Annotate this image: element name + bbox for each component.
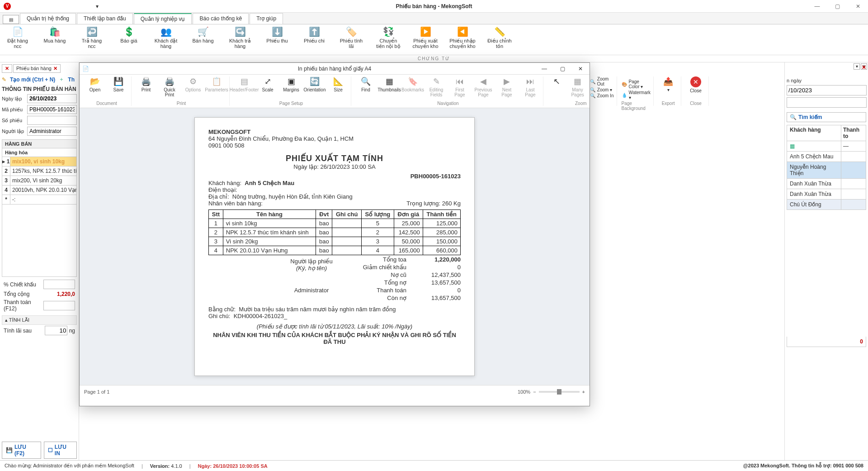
doc-tab[interactable]: Phiếu bán hàng ✕ <box>13 64 61 73</box>
ribbon-button[interactable]: 📏Điều chỉnh tồn <box>486 26 513 49</box>
table-row[interactable]: 420010vh, NPK 20.0.10 Vạn <box>2 186 77 195</box>
many-pages-button[interactable]: ▦Many Pages <box>569 76 586 98</box>
main-tab[interactable]: Quản trị hệ thống <box>20 13 76 24</box>
close-button[interactable]: ✕ <box>848 3 868 10</box>
grid-blank <box>2 205 77 277</box>
next-page-button[interactable]: ▶Next Page <box>497 76 517 97</box>
ribbon-button[interactable]: ↪️Khách trả hàng <box>227 26 253 49</box>
main-tab[interactable]: Báo cáo thống kê <box>193 13 249 24</box>
main-tab[interactable]: Trợ giúp <box>250 13 283 24</box>
maximize-button[interactable]: ▢ <box>827 3 848 10</box>
invoice-title: PHIẾU XUẤT TẠM TÍNH <box>208 153 461 163</box>
thanh-toan-input[interactable] <box>43 301 75 310</box>
ma-phieu-label: Mã phiếu <box>2 107 25 113</box>
ribbon-button[interactable]: 📄Đặt hàng ncc <box>5 26 31 49</box>
ribbon-button[interactable]: 👥Khách đặt hàng <box>153 26 179 49</box>
chiet-khau-input[interactable] <box>43 280 75 289</box>
table-row[interactable]: 3mix200, Vi sinh 20kg <box>2 176 77 186</box>
thumbnails-button[interactable]: ▦Thumbnails <box>379 76 399 97</box>
panel-pin-icon[interactable]: ▾ <box>854 63 860 70</box>
doc-tab-label: Phiếu bán hàng <box>16 66 52 71</box>
ribbon-button[interactable]: 💲Báo giá <box>116 26 142 43</box>
pw-save-button[interactable]: 💾Save <box>108 76 128 92</box>
ngay-lap-label: Ngày lập <box>2 96 25 102</box>
ribbon-button[interactable]: 🛍️Mua hàng <box>42 26 68 43</box>
workarea-close-icon[interactable]: ✕ <box>862 64 866 71</box>
zoom-in-button[interactable]: 🔍 Zoom In <box>590 93 614 98</box>
editing-fields-button[interactable]: ✎Editing Fields <box>426 76 446 97</box>
page-color-button[interactable]: 🎨 Page Color ▾ <box>622 79 651 89</box>
right-date-input[interactable] <box>787 85 867 95</box>
search-box[interactable]: 🔍Tìm kiếm <box>787 112 866 122</box>
options-button[interactable]: ⚙Options <box>183 76 203 97</box>
print-minimize-button[interactable]: — <box>535 66 553 72</box>
ngay-lap-input[interactable] <box>27 94 77 103</box>
close-icon[interactable]: ✕ <box>53 66 57 71</box>
size-button[interactable]: 📐Size <box>328 76 348 92</box>
zoom-slider[interactable] <box>539 391 580 393</box>
save-button[interactable]: 💾 LƯU (F2) <box>2 442 41 459</box>
customer-row[interactable]: Chú Út Đồng <box>787 200 866 210</box>
parameters-button[interactable]: 📋Parameters <box>207 76 226 97</box>
ribbon-button[interactable]: 🛒Bán hàng <box>190 26 216 43</box>
bookmarks-button[interactable]: 🔖Bookmarks <box>403 76 423 97</box>
zoom-out-button[interactable]: 🔍 Zoom Out <box>590 76 614 86</box>
ma-phieu-input[interactable] <box>27 105 77 114</box>
grid-new-cell[interactable]: -: <box>10 195 76 204</box>
ribbon-button[interactable]: ▶️Phiếu xuất chuyển kho <box>412 26 439 49</box>
export-button[interactable]: 📤▾ <box>658 76 678 92</box>
zoom-button[interactable]: 🔍 Zoom ▾ <box>590 87 614 92</box>
doc-tab-close-all[interactable]: ✕ <box>2 64 12 73</box>
main-tab[interactable]: Quản lý nghiệp vụ <box>134 13 192 24</box>
ribbon-button[interactable]: ◀️Phiếu nhập chuyển kho <box>449 26 476 49</box>
pointer-button[interactable]: ↖ <box>548 76 565 98</box>
quick-print-button[interactable]: 🖨️Quick Print <box>160 76 179 97</box>
customer-row[interactable]: Nguyễn Hoàng Thiện <box>787 162 866 179</box>
invoice-col-header: Số lượng <box>361 210 394 219</box>
header-footer-button[interactable]: ▤Header/Footer <box>234 76 254 92</box>
amount-in-words: Mười ba triệu sáu trăm năm mươi bảy nghì… <box>239 306 396 313</box>
customer-row[interactable]: Anh 5 Chệch Mau <box>787 152 866 162</box>
save-print-button[interactable]: ☐ LƯU IN <box>44 442 77 459</box>
customer-row[interactable]: Danh Xuân Thừa <box>787 179 866 189</box>
grid-col-header: Hàng hóa <box>2 148 77 157</box>
titlebar-dropdown-icon[interactable]: ▾ <box>96 3 99 10</box>
grid-tab[interactable]: HÀNG BÁN <box>2 139 77 148</box>
watermark-button[interactable]: 💧 Watermark ▾ <box>622 90 651 100</box>
tinh-lai-sau-input[interactable] <box>45 326 67 335</box>
excel-icon[interactable]: ▦ <box>787 141 841 151</box>
zoom-plus-button[interactable]: + <box>582 389 585 395</box>
add-button[interactable]: Th <box>68 76 75 83</box>
zoom-minus-button[interactable]: − <box>533 389 536 395</box>
first-page-button[interactable]: ⏮First Page <box>450 76 470 97</box>
so-phieu-input[interactable] <box>27 116 77 125</box>
print-button[interactable]: 🖨️Print <box>136 76 156 97</box>
table-row[interactable]: 21257ks, NPK 12.5.7 thúc tí <box>2 167 77 176</box>
minimize-button[interactable]: — <box>807 3 827 10</box>
paper-area[interactable]: MEKONGSOFT 64 Nguyễn Đình Chiểu, Phường … <box>80 108 590 385</box>
close-preview-button[interactable]: ✕Close <box>686 76 706 93</box>
tinh-lai-section[interactable]: ▴ TÍNH LÃI <box>2 315 77 325</box>
nguoi-lap-input[interactable] <box>27 127 77 136</box>
last-page-button[interactable]: ⏭Last Page <box>520 76 540 97</box>
ribbon-button[interactable]: ↩️Trả hàng ncc <box>79 26 105 49</box>
find-button[interactable]: 🔍Find <box>356 76 376 97</box>
margins-button[interactable]: ▣Margins <box>281 76 301 92</box>
print-close-button[interactable]: ✕ <box>571 66 590 72</box>
ribbon-button[interactable]: ⬆️Phiếu chi <box>301 26 327 43</box>
ribbon-button[interactable]: 💱Chuyển tiền nội bộ <box>375 26 401 49</box>
right-filter-input[interactable] <box>787 97 867 108</box>
open-button[interactable]: 📂Open <box>85 76 105 92</box>
print-maximize-button[interactable]: ▢ <box>553 66 571 72</box>
prev-page-button[interactable]: ◀Previous Page <box>473 76 493 97</box>
invoice-table: SttTên hàngĐvtGhi chúSố lượngĐơn giáThàn… <box>208 209 461 255</box>
customer-row[interactable]: Danh Xuân Thừa <box>787 189 866 200</box>
orientation-button[interactable]: 🔄Orientation <box>305 76 325 92</box>
ribbon-button[interactable]: 🏷️Phiếu tính lãi <box>338 26 364 49</box>
scale-button[interactable]: ⤢Scale <box>258 76 278 92</box>
ribbon-button[interactable]: ⬇️Phiếu thu <box>264 26 290 43</box>
new-button[interactable]: Tạo mới (Ctrl + N) <box>10 76 55 83</box>
table-row[interactable]: ▸ 1mix100, vi sinh 10kg <box>2 157 77 167</box>
menu-icon[interactable]: ▤ <box>3 15 19 24</box>
main-tab[interactable]: Thiết lập ban đầu <box>77 13 133 24</box>
